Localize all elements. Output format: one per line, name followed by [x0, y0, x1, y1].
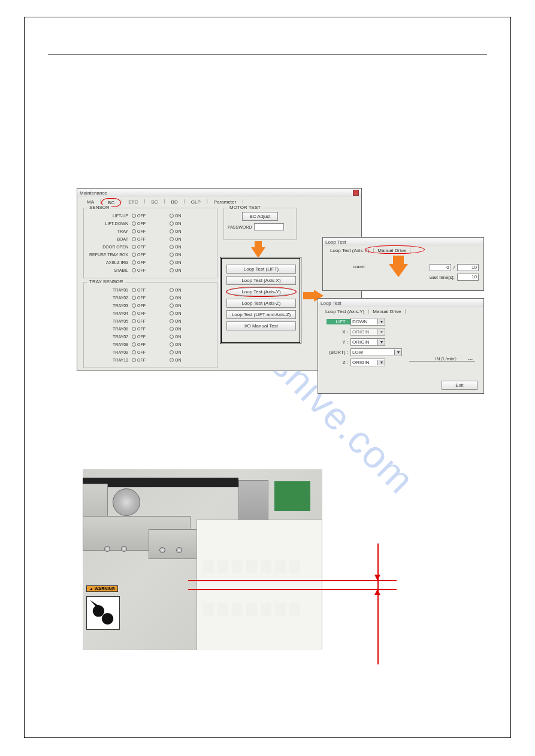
red-oval-tabs — [365, 245, 425, 254]
radio-off[interactable] — [132, 319, 136, 323]
sensor-name: TRAY — [84, 229, 131, 233]
sensor-name: AXIS-Z IRG — [84, 260, 131, 265]
sensor-group-label: SENSOR — [87, 205, 111, 210]
radio-on[interactable] — [170, 319, 174, 323]
z-label: Z : — [327, 360, 350, 365]
red-line-bottom — [188, 589, 397, 590]
radio-on[interactable] — [170, 229, 174, 233]
radio-on[interactable] — [170, 327, 174, 331]
radio-on[interactable] — [170, 350, 174, 354]
password-label: PASSWORD — [228, 225, 252, 229]
loop2-tab-axis[interactable]: Loop Test (Axis-Y) — [322, 308, 368, 315]
loop1-title: Loop Test — [325, 239, 346, 245]
loop-test-button[interactable]: Loop Test (Axis-Y) — [226, 287, 296, 296]
loop2-titlebar: Loop Test — [318, 299, 483, 307]
count-label: count: — [353, 264, 366, 269]
radio-on[interactable] — [170, 358, 174, 362]
close-icon[interactable] — [353, 190, 359, 196]
loop-test-button[interactable]: Loop Test (LIFT and Axis-Z) — [226, 310, 296, 319]
radio-on[interactable] — [170, 260, 174, 265]
radio-off[interactable] — [132, 358, 136, 362]
wait-label: wait time[s]: — [430, 275, 455, 280]
loop1-titlebar: Loop Test — [323, 238, 483, 246]
radio-off[interactable] — [132, 311, 136, 315]
radio-off[interactable] — [132, 288, 136, 292]
radio-off[interactable] — [132, 245, 136, 249]
count-value[interactable]: 0 — [430, 264, 451, 271]
sensor-row: LIFT-UPOFFON — [84, 212, 217, 220]
radio-on[interactable] — [170, 296, 174, 300]
tray-row: TRAY07OFFON — [84, 333, 217, 341]
tray-row: TRAY06OFFON — [84, 325, 217, 333]
radio-off[interactable] — [132, 237, 136, 241]
radio-off[interactable] — [132, 221, 136, 226]
bc-adjust-button[interactable]: BC Adjust — [242, 212, 278, 221]
radio-off[interactable] — [132, 335, 136, 339]
sensor-name: DOOR OPEN — [84, 245, 131, 249]
x-dropdown[interactable]: ORIGIN▾ — [350, 328, 385, 336]
radio-off[interactable] — [132, 350, 136, 354]
loop-test-button[interactable]: Loop Test (Axis-Z) — [226, 299, 296, 308]
sensor-row: AXIS-Z IRGOFFON — [84, 259, 217, 266]
warning-label: ▲ WARNING — [86, 585, 118, 592]
loop2-tab-manual[interactable]: Manual Drive — [369, 308, 404, 315]
radio-on[interactable] — [170, 268, 174, 272]
count-sep: / — [454, 265, 455, 271]
radio-off[interactable] — [132, 303, 136, 308]
in-underline — [409, 361, 475, 362]
radio-on[interactable] — [170, 253, 174, 257]
tray-name: TRAY05 — [84, 319, 131, 323]
sensor-row: BOATOFFON — [84, 235, 217, 243]
loop-test-window-1: Loop Test Loop Test (Axis-Y) | Manual Dr… — [322, 237, 484, 291]
radio-off[interactable] — [132, 253, 136, 257]
tray-name: TRAY03 — [84, 303, 131, 308]
radio-on[interactable] — [170, 214, 174, 218]
tray-name: TRAY01 — [84, 288, 131, 292]
radio-off[interactable] — [132, 327, 136, 331]
loop2-title: Loop Test — [321, 300, 341, 306]
lift-dropdown[interactable]: DOWN▾ — [350, 318, 385, 326]
tab-glp[interactable]: GLP — [185, 198, 207, 207]
radio-off[interactable] — [132, 268, 136, 272]
wait-value[interactable]: 10 — [457, 274, 479, 281]
z-dropdown[interactable]: ORIGIN▾ — [350, 359, 385, 366]
loop-test-window-2: Loop Test Loop Test (Axis-Y) | Manual Dr… — [318, 298, 484, 394]
bort-dropdown[interactable]: LOW▾ — [350, 348, 402, 356]
lift-label: LIFT : — [327, 319, 350, 324]
radio-off[interactable] — [132, 229, 136, 233]
sensor-row: TRAYOFFON — [84, 227, 217, 235]
radio-on[interactable] — [170, 237, 174, 241]
y-dropdown[interactable]: ORIGIN▾ — [350, 338, 385, 346]
radio-on[interactable] — [170, 221, 174, 226]
tray-name: TRAY09 — [84, 350, 131, 354]
tray-row: TRAY09OFFON — [84, 348, 217, 356]
exit-button[interactable]: Exit — [442, 381, 477, 390]
tab-bd[interactable]: BD — [165, 198, 184, 207]
radio-off[interactable] — [132, 296, 136, 300]
sensor-name: STABIL — [84, 268, 131, 272]
tray-sensor-group: TRAY SENSOR TRAY01OFFONTRAY02OFFONTRAY03… — [83, 282, 217, 368]
loop-test-button[interactable]: I/O Manual Test — [226, 321, 296, 330]
tray-row: TRAY02OFFON — [84, 294, 217, 302]
radio-on[interactable] — [170, 245, 174, 249]
loop-test-button[interactable]: Loop Test (Axis-X) — [226, 276, 296, 285]
radio-off[interactable] — [132, 214, 136, 218]
tray-name: TRAY07 — [84, 335, 131, 339]
radio-on[interactable] — [170, 335, 174, 339]
radio-on[interactable] — [170, 288, 174, 292]
radio-on[interactable] — [170, 342, 174, 347]
password-input[interactable] — [254, 223, 284, 230]
radio-off[interactable] — [132, 342, 136, 347]
radio-on[interactable] — [170, 303, 174, 308]
arrow-down-1 — [251, 241, 265, 258]
sensor-group: SENSOR LIFT-UPOFFONLIFT-DOWNOFFONTRAYOFF… — [83, 208, 217, 278]
tab-etc[interactable]: ETC — [122, 198, 144, 207]
tab-sc[interactable]: SC — [145, 198, 164, 207]
radio-off[interactable] — [132, 260, 136, 265]
loop-test-button[interactable]: Loop Test (LIFT) — [226, 265, 296, 274]
count-max[interactable]: 10 — [457, 264, 479, 271]
radio-on[interactable] — [170, 311, 174, 315]
loop2-tabs: Loop Test (Axis-Y) | Manual Drive | — [318, 307, 483, 316]
tray-row: TRAY03OFFON — [84, 302, 217, 309]
tray-name: TRAY06 — [84, 327, 131, 331]
